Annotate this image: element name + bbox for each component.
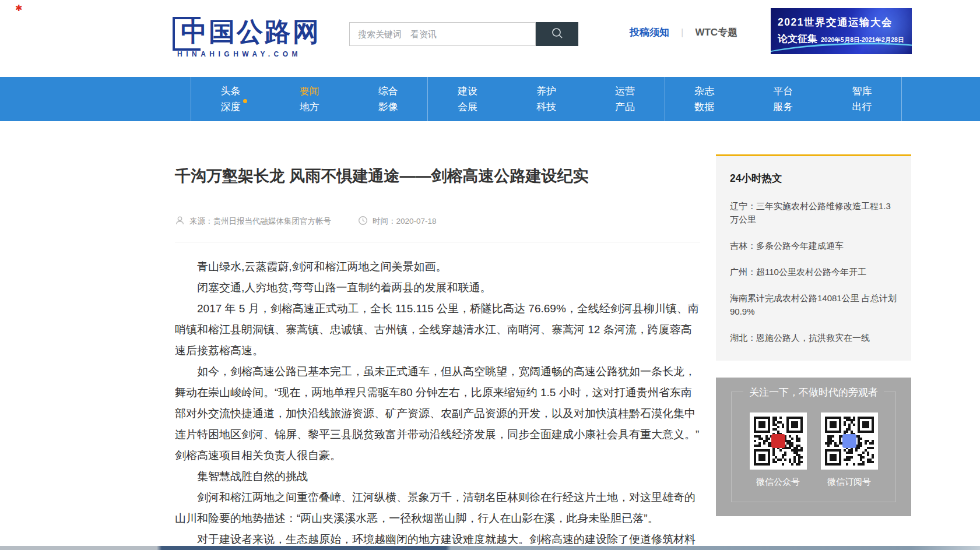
hot-article-link[interactable]: 辽宁：三年实施农村公路维修改造工程1.3万公里 bbox=[730, 199, 897, 226]
hot-article-link[interactable]: 海南累计完成农村公路14081公里 占总计划90.9% bbox=[730, 291, 897, 318]
nav-group-3: 杂志 数据 平台 服务 智库 出行 bbox=[665, 77, 902, 121]
search-box bbox=[349, 22, 578, 46]
hot-articles-panel: 24小时热文 辽宁：三年实施农村公路维修改造工程1.3万公里 吉林：多条公路今年… bbox=[716, 154, 911, 361]
nav-item-yanghu[interactable]: 养护 bbox=[536, 86, 556, 96]
quick-links: 投稿须知 | WTC专题 bbox=[630, 26, 737, 39]
nav-item-yaowen-active[interactable]: 要闻 bbox=[300, 86, 319, 96]
nav-item-zonghe[interactable]: 综合 bbox=[378, 86, 398, 96]
article: 千沟万壑架长龙 风雨不惧建通途——剑榕高速公路建设纪实 来源：贵州日报当代融媒体… bbox=[175, 166, 700, 550]
wechat-follow-panel: 关注一下，不做时代的旁观者 微信公众号 微信订阅号 bbox=[716, 378, 911, 516]
search-input[interactable] bbox=[349, 22, 536, 46]
article-paragraph: 集智慧战胜自然的挑战 bbox=[175, 466, 700, 487]
horizontal-scrollbar[interactable] bbox=[0, 546, 980, 550]
hot-article-link[interactable]: 广州：超110公里农村公路今年开工 bbox=[730, 265, 897, 278]
search-icon bbox=[550, 26, 564, 42]
hot-articles-title: 24小时热文 bbox=[730, 171, 897, 185]
nav-group-2: 建设 会展 养护 科技 运营 产品 bbox=[427, 77, 664, 121]
red-marker-icon: ✱ bbox=[15, 3, 23, 12]
site-logo[interactable]: 中国公路网 HINAHIGHWAY.COM bbox=[175, 15, 321, 58]
qr-code-image bbox=[750, 412, 807, 470]
article-source: 来源：贵州日报当代融媒体集团官方帐号 bbox=[175, 216, 331, 227]
nav-item-zhiku[interactable]: 智库 bbox=[852, 86, 872, 96]
banner-subtitle: 论文征集 bbox=[778, 32, 817, 45]
article-title: 千沟万壑架长龙 风雨不惧建通途——剑榕高速公路建设纪实 bbox=[175, 166, 700, 186]
qr-center-logo bbox=[842, 434, 856, 448]
nav-group-1: 头条 深度 要闻 地方 综合 影像 bbox=[191, 77, 427, 121]
site-logo-title: 中国公路网 bbox=[175, 15, 321, 50]
article-divider bbox=[175, 242, 700, 242]
hot-article-link[interactable]: 湖北：恩施公路人，抗洪救灾在一线 bbox=[730, 331, 897, 344]
article-source-text: 来源：贵州日报当代融媒体集团官方帐号 bbox=[189, 216, 331, 227]
article-paragraph: 剑河和榕江两地之间重峦叠嶂、江河纵横、景象万千，清朝名臣林则徐在行经这片土地，对… bbox=[175, 487, 700, 529]
article-time: 时间：2020-07-18 bbox=[358, 216, 437, 227]
nav-item-shendu[interactable]: 深度 bbox=[221, 102, 241, 112]
article-meta: 来源：贵州日报当代融媒体集团官方帐号 时间：2020-07-18 bbox=[175, 216, 700, 227]
nav-item-chuxing[interactable]: 出行 bbox=[852, 102, 872, 112]
wtc-topic-link[interactable]: WTC专题 bbox=[695, 26, 737, 39]
article-paragraph: 如今，剑榕高速公路已基本完工，虽未正式通车，但从高空眺望，宽阔通畅的高速公路犹如… bbox=[175, 361, 700, 466]
hot-article-link[interactable]: 吉林：多条公路今年建成通车 bbox=[730, 239, 897, 252]
nav-item-keji[interactable]: 科技 bbox=[536, 102, 556, 112]
new-badge-dot bbox=[243, 99, 247, 103]
contribute-link[interactable]: 投稿须知 bbox=[630, 26, 669, 39]
article-body: 青山绿水,云蒸霞蔚,剑河和榕江两地之间美景如画。 闭塞交通,人穷地贫,弯弯山路一… bbox=[175, 256, 700, 550]
banner-title: 2021世界交通运输大会 bbox=[778, 15, 912, 29]
wtc-banner-ad[interactable]: 2021世界交通运输大会 论文征集 2020年5月8日-2021年2月28日 bbox=[771, 8, 912, 54]
site-logo-tagline: HINAHIGHWAY.COM bbox=[175, 50, 321, 58]
nav-item-shuju[interactable]: 数据 bbox=[694, 102, 714, 112]
nav-item-yunying[interactable]: 运营 bbox=[615, 86, 635, 96]
qr-label: 微信订阅号 bbox=[827, 477, 871, 488]
nav-item-toutiao[interactable]: 头条 bbox=[221, 86, 241, 96]
article-paragraph: 青山绿水,云蒸霞蔚,剑河和榕江两地之间美景如画。 bbox=[175, 256, 700, 277]
clock-icon bbox=[358, 216, 368, 227]
nav-item-fuwu[interactable]: 服务 bbox=[773, 102, 793, 112]
nav-item-yingxiang[interactable]: 影像 bbox=[378, 102, 398, 112]
qr-center-logo bbox=[771, 434, 785, 448]
main-nav: 头条 深度 要闻 地方 综合 影像 建设 会展 养护 科技 运营 bbox=[0, 77, 980, 121]
nav-item-pingtai[interactable]: 平台 bbox=[773, 86, 793, 96]
article-paragraph: 2017 年 5 月，剑榕高速正式动工，全长 115.115 公里，桥隧比高达 … bbox=[175, 298, 700, 361]
nav-item-huizhan[interactable]: 会展 bbox=[458, 102, 477, 112]
nav-item-zazhi[interactable]: 杂志 bbox=[694, 86, 714, 96]
logo-bracket-icon bbox=[173, 17, 201, 51]
search-button[interactable] bbox=[536, 22, 578, 46]
banner-dates: 2020年5月8日-2021年2月28日 bbox=[821, 36, 904, 44]
qr-code-image bbox=[821, 412, 878, 470]
nav-item-difang[interactable]: 地方 bbox=[300, 102, 319, 112]
wechat-public-qr-tile: 微信公众号 bbox=[750, 412, 807, 488]
article-paragraph: 闭塞交通,人穷地贫,弯弯山路一直制约着两县的发展和联通。 bbox=[175, 277, 700, 298]
site-header: ✱ 中国公路网 HINAHIGHWAY.COM 投稿须知 | WTC专题 202… bbox=[0, 0, 980, 77]
nav-item-jianshe[interactable]: 建设 bbox=[458, 86, 477, 96]
quick-links-divider: | bbox=[681, 27, 683, 38]
follow-panel-title: 关注一下，不做时代的旁观者 bbox=[716, 386, 911, 399]
nav-item-chanpin[interactable]: 产品 bbox=[615, 102, 635, 112]
article-time-text: 时间：2020-07-18 bbox=[373, 216, 437, 227]
qr-label: 微信公众号 bbox=[756, 477, 800, 488]
wechat-subscribe-qr-tile: 微信订阅号 bbox=[821, 412, 878, 488]
author-icon bbox=[175, 216, 185, 227]
